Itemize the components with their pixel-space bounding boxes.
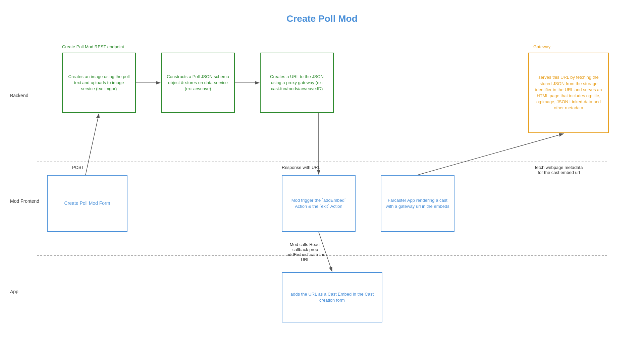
mod-calls-label: Mod calls React callback prop `addEmbed`… [285, 242, 325, 262]
gateway-box: serves this URL by fetching the stored J… [528, 53, 609, 133]
backend-box-3: Creates a URL to the JSON using a proxy … [260, 53, 334, 113]
diagram: Create Poll Mod REST endpoint Gateway Ba… [0, 34, 644, 363]
fetch-webpage-label: fetch webpage metadata for the cast embe… [535, 165, 583, 175]
response-url-label: Response with URL [282, 165, 320, 170]
page-title: Create Poll Mod [0, 0, 644, 34]
backend-box-1: Creates an image using the poll text and… [62, 53, 136, 113]
rest-endpoint-label: Create Poll Mod REST endpoint [62, 44, 124, 49]
dashed-line-1 [37, 162, 607, 162]
app-box-1: adds the URL as a Cast Embed in the Cast… [282, 272, 382, 322]
backend-box-2: Constructs a Poll JSON schema object & s… [161, 53, 235, 113]
svg-line-3 [86, 114, 99, 175]
post-label: POST [72, 165, 84, 170]
mod-frontend-box-1: Create Poll Mod Form [47, 175, 127, 232]
backend-row-label: Backend [10, 93, 28, 98]
mod-frontend-row-label: Mod Frontend [10, 198, 39, 204]
mod-frontend-box-2: Mod trigger the `addEmbed` Action & the … [282, 175, 356, 232]
gateway-label: Gateway [533, 44, 550, 49]
mod-frontend-box-3: Farcaster App rendering a cast with a ga… [381, 175, 454, 232]
app-row-label: App [10, 289, 18, 294]
